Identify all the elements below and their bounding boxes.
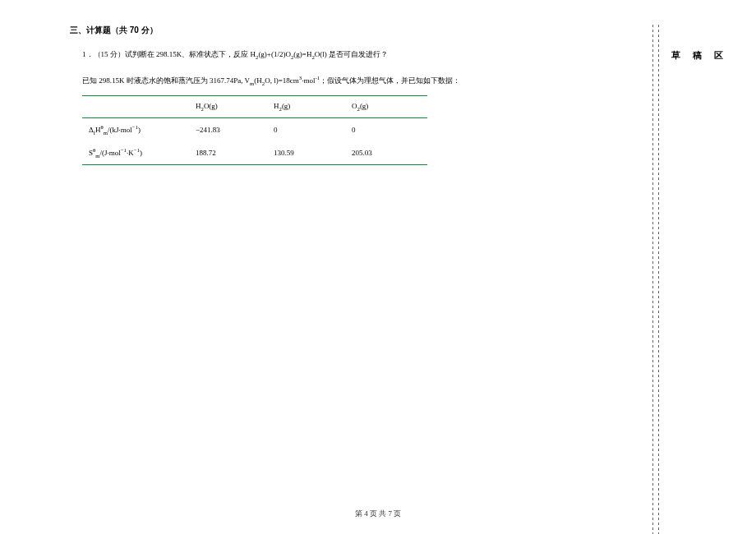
r1-upre: /(kJ·mol [108,126,132,134]
q2-mid3: ·mol [302,76,315,85]
th-h2: H2(g) [267,96,345,118]
question-line-1: 1．（15 分）试判断在 298.15K、标准状态下，反应 H2(g)+(1/2… [82,48,634,63]
row1-label: ΔfHθm/(kJ·mol−1) [82,118,189,141]
table-row: Sθm/(J·mol−1·K−1) 188.72 130.59 205.03 [82,141,427,164]
r2-upre: /(J·mol [100,149,121,157]
r1-usuf: ) [138,126,141,134]
row2-v3: 205.03 [345,141,427,164]
th-h2o-suf: O(g) [204,102,218,110]
th-h2-suf: (g) [282,102,291,110]
section-title: 三、计算题（共 70 分） [70,25,634,36]
r2-usuf: ) [140,149,142,157]
main-content: 三、计算题（共 70 分） 1．（15 分）试判断在 298.15K、标准状态下… [0,25,650,534]
r2-usup2: −1 [134,147,140,153]
r1-usup: −1 [132,124,138,130]
q1-prefix: 1．（15 分）试判断在 298.15K、标准状态下，反应 H [82,50,256,58]
th-blank [82,96,189,118]
q1-mid1: (g)+(1/2)O [258,50,291,58]
row1-v3: 0 [345,118,427,141]
th-o2-suf: (g) [360,102,369,110]
draft-sidebar: 草 稿 区 [662,25,756,534]
vertical-divider [658,25,659,534]
page-container: 三、计算题（共 70 分） 1．（15 分）试判断在 298.15K、标准状态下… [0,0,756,534]
th-h2o: H2O(g) [189,96,267,118]
vertical-divider [652,25,653,534]
row1-v1: −241.83 [189,118,267,141]
q2-suffix: ；假设气体为理想气体，并已知如下数据： [320,76,460,85]
q2-prefix: 已知 298.15K 时液态水的饱和蒸汽压为 3167.74Pa, V [82,76,250,85]
q1-suffix: O(l) 是否可自发进行？ [315,50,388,58]
row2-v2: 130.59 [267,141,345,164]
row1-v2: 0 [267,118,345,141]
table-header-row: H2O(g) H2(g) O2(g) [82,96,427,118]
row2-label: Sθm/(J·mol−1·K−1) [82,141,189,164]
page-footer: 第 4 页 共 7 页 [0,509,756,519]
r2-usup1: −1 [121,147,127,153]
q2-mid2: O, l)=18cm [265,76,299,85]
r2-umid: ·K [127,149,134,157]
th-o2: O2(g) [345,96,427,118]
question-block: 1．（15 分）试判断在 298.15K、标准状态下，反应 H2(g)+(1/2… [82,48,634,89]
q2-mid1: (H [254,76,262,85]
table-row: ΔfHθm/(kJ·mol−1) −241.83 0 0 [82,118,427,141]
q1-mid2: (g)=H [293,50,311,58]
data-table: H2O(g) H2(g) O2(g) ΔfHθm/(kJ·mol−1) −241… [82,95,427,164]
row2-v1: 188.72 [189,141,267,164]
draft-area-title: 草 稿 区 [671,49,748,62]
question-line-2: 已知 298.15K 时液态水的饱和蒸汽压为 3167.74Pa, Vm(H2O… [82,73,634,90]
